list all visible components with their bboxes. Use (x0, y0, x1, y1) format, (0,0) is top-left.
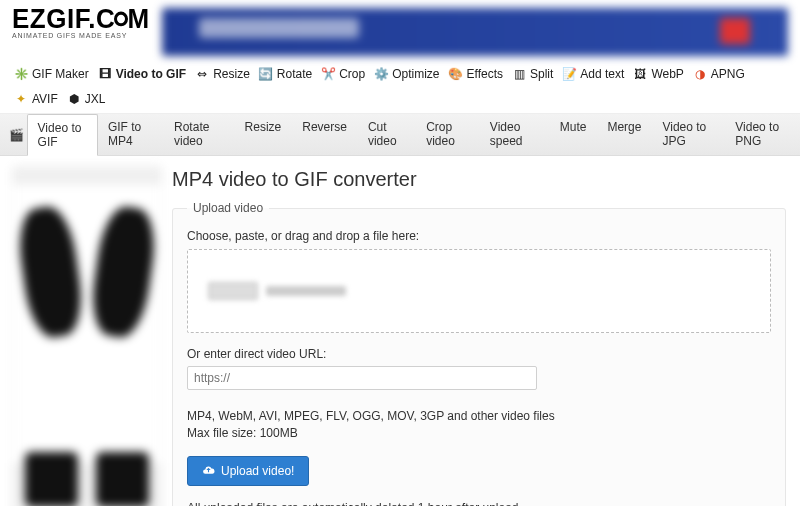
nav-item-label: APNG (711, 66, 745, 82)
nav-item-label: JXL (85, 91, 106, 107)
nav-item-optimize[interactable]: ⚙️Optimize (372, 64, 441, 84)
avif-icon: ✦ (14, 92, 28, 106)
upload-fieldset: Upload video Choose, paste, or drag and … (172, 201, 786, 506)
file-dropzone[interactable] (187, 249, 771, 333)
nav-item-label: Crop (339, 66, 365, 82)
nav-item-apng[interactable]: ◑APNG (691, 64, 747, 84)
nav-item-resize[interactable]: ⇔Resize (193, 64, 252, 84)
subnav-item-video-to-jpg[interactable]: Video to JPG (652, 114, 725, 155)
nav-item-split[interactable]: ▥Split (510, 64, 555, 84)
nav-item-rotate[interactable]: 🔄Rotate (257, 64, 314, 84)
delete-note: All uploaded files are automatically del… (187, 500, 771, 506)
upload-button-label: Upload video! (221, 464, 294, 478)
cloud-upload-icon (202, 464, 215, 477)
sidebar-ad (0, 156, 170, 506)
subnav-item-gif-to-mp4[interactable]: GIF to MP4 (98, 114, 164, 155)
primary-nav: ✳️GIF Maker🎞Video to GIF⇔Resize🔄Rotate✂️… (0, 60, 800, 114)
nav-item-webp[interactable]: 🖼WebP (631, 64, 685, 84)
resize-icon: ⇔ (195, 67, 209, 81)
nav-item-crop[interactable]: ✂️Crop (319, 64, 367, 84)
nav-item-label: Optimize (392, 66, 439, 82)
max-size-line: Max file size: 100MB (187, 425, 771, 442)
gif-maker-icon: ✳️ (14, 67, 28, 81)
nav-item-label: Video to GIF (116, 66, 186, 82)
page-title: MP4 video to GIF converter (172, 168, 786, 191)
header-ad-banner (162, 8, 788, 56)
add-text-icon: 📝 (562, 67, 576, 81)
subnav-item-video-to-gif[interactable]: Video to GIF (27, 114, 98, 156)
nav-item-label: Split (530, 66, 553, 82)
jxl-icon: ⬢ (67, 92, 81, 106)
upload-button[interactable]: Upload video! (187, 456, 309, 486)
apng-icon: ◑ (693, 67, 707, 81)
split-icon: ▥ (512, 67, 526, 81)
secondary-nav: 🎬 Video to GIFGIF to MP4Rotate videoResi… (0, 114, 800, 156)
main-content: MP4 video to GIF converter Upload video … (170, 156, 800, 506)
formats-info: MP4, WebM, AVI, MPEG, FLV, OGG, MOV, 3GP… (187, 408, 771, 442)
subnav-item-mute[interactable]: Mute (550, 114, 598, 155)
subnav-item-video-speed[interactable]: Video speed (480, 114, 550, 155)
nav-item-label: Effects (467, 66, 503, 82)
nav-item-label: Rotate (277, 66, 312, 82)
upload-note: All uploaded files are automatically del… (187, 500, 771, 506)
site-logo[interactable]: EZGIF.CM ANIMATED GIFS MADE EASY (12, 8, 150, 39)
subnav-item-cut-video[interactable]: Cut video (358, 114, 416, 155)
rotate-icon: 🔄 (259, 67, 273, 81)
subnav-item-rotate-video[interactable]: Rotate video (164, 114, 235, 155)
webp-icon: 🖼 (633, 67, 647, 81)
nav-item-label: WebP (651, 66, 683, 82)
video-to-gif-icon: 🎞 (98, 67, 112, 81)
nav-item-label: Add text (580, 66, 624, 82)
nav-item-jxl[interactable]: ⬢JXL (65, 89, 108, 109)
effects-icon: 🎨 (449, 67, 463, 81)
url-label: Or enter direct video URL: (187, 347, 771, 361)
nav-item-video-to-gif[interactable]: 🎞Video to GIF (96, 64, 188, 84)
nav-item-label: AVIF (32, 91, 58, 107)
logo-text: EZGIF.CM (12, 7, 150, 32)
file-input[interactable] (208, 282, 346, 300)
nav-item-avif[interactable]: ✦AVIF (12, 89, 60, 109)
nav-item-label: Resize (213, 66, 250, 82)
video-url-input[interactable] (187, 366, 537, 390)
header: EZGIF.CM ANIMATED GIFS MADE EASY (0, 0, 800, 60)
optimize-icon: ⚙️ (374, 67, 388, 81)
subnav-item-resize[interactable]: Resize (235, 114, 293, 155)
drop-label: Choose, paste, or drag and drop a file h… (187, 229, 771, 243)
nav-item-add-text[interactable]: 📝Add text (560, 64, 626, 84)
upload-legend: Upload video (187, 201, 269, 215)
nav-item-effects[interactable]: 🎨Effects (447, 64, 505, 84)
formats-line: MP4, WebM, AVI, MPEG, FLV, OGG, MOV, 3GP… (187, 408, 771, 425)
subnav-item-video-to-png[interactable]: Video to PNG (725, 114, 800, 155)
toolbar-handle-icon: 🎬 (6, 114, 27, 155)
sidebar-ad-image (12, 166, 162, 506)
nav-item-label: GIF Maker (32, 66, 89, 82)
crop-icon: ✂️ (321, 67, 335, 81)
subnav-item-reverse[interactable]: Reverse (292, 114, 358, 155)
subnav-item-merge[interactable]: Merge (597, 114, 652, 155)
subnav-item-crop-video[interactable]: Crop video (416, 114, 480, 155)
nav-item-gif-maker[interactable]: ✳️GIF Maker (12, 64, 91, 84)
